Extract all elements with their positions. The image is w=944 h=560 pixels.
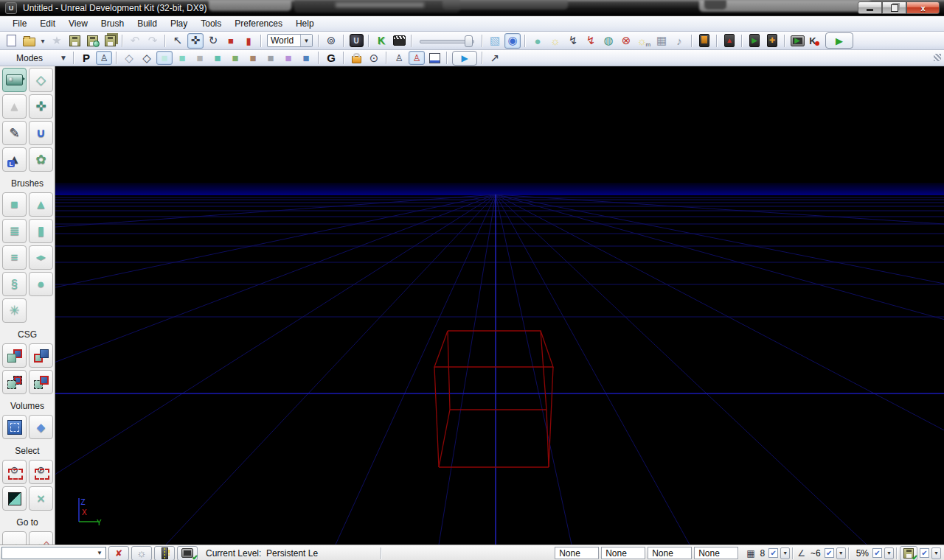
- modes-dropdown[interactable]: ▼: [58, 51, 69, 65]
- redo-button[interactable]: ↷: [145, 33, 161, 49]
- game-view-button[interactable]: G: [323, 51, 339, 65]
- menu-view[interactable]: View: [62, 17, 94, 30]
- csg-intersect-button[interactable]: [2, 370, 27, 394]
- new-level-button[interactable]: [3, 33, 19, 49]
- rotation-grid-checkbox[interactable]: ✔: [825, 548, 834, 558]
- viewmode-lighting-only-button[interactable]: ■: [209, 51, 226, 65]
- lightmass-tools-button[interactable]: ▦: [653, 33, 670, 49]
- brush-polys-toggle[interactable]: ▧: [487, 33, 503, 49]
- sphere-brush-button[interactable]: ●: [29, 272, 53, 296]
- play-on-device-button[interactable]: ▶: [746, 33, 763, 49]
- open-level-button[interactable]: [21, 33, 37, 49]
- scale-tool-button[interactable]: ■: [223, 33, 239, 49]
- viewmode-wireframe-button[interactable]: ◇: [139, 51, 155, 65]
- realtime-toggle[interactable]: ♙: [96, 51, 112, 65]
- autosave-dropdown[interactable]: ▼: [931, 547, 941, 559]
- undo-button[interactable]: ↶: [127, 33, 143, 49]
- maximize-viewport-button[interactable]: [426, 51, 442, 65]
- translate-tool-button[interactable]: ✜: [187, 33, 204, 49]
- landscape-mode-button[interactable]: ▲L: [2, 147, 27, 172]
- socket-snapping-toggle[interactable]: ◉: [504, 33, 521, 49]
- scale-snap-checkbox[interactable]: ✔: [872, 548, 882, 558]
- perspective-viewport[interactable]: Z X Y: [55, 66, 944, 545]
- goto-builder-brush-button[interactable]: →⌂: [29, 531, 53, 545]
- foliage-mode-button[interactable]: ✿: [29, 147, 53, 172]
- menu-play[interactable]: Play: [164, 17, 194, 30]
- menu-help[interactable]: Help: [289, 17, 321, 30]
- unreal-frontend-button[interactable]: U: [348, 33, 364, 49]
- terrain-mode-button[interactable]: ▲: [2, 94, 27, 119]
- goto-actor-button[interactable]: →A: [2, 531, 27, 545]
- build-all-submit-button[interactable]: ⊗: [618, 33, 634, 49]
- build-geometry-button[interactable]: ●: [530, 33, 546, 49]
- cube-brush-button[interactable]: ■: [2, 192, 27, 217]
- float-viewport-button[interactable]: ↗: [487, 51, 503, 65]
- static-mesh-mode-button[interactable]: ∪: [29, 121, 53, 145]
- geometry-mode-button[interactable]: ◇: [29, 68, 53, 92]
- show-all-button[interactable]: ✕: [29, 486, 53, 511]
- mobile-previewer-button[interactable]: [696, 33, 712, 49]
- menu-file[interactable]: File: [6, 17, 33, 30]
- sheet-brush-button[interactable]: ◆: [29, 245, 53, 270]
- scale-nonuniform-tool-button[interactable]: ▮: [240, 33, 257, 49]
- viewmode-reflections-button[interactable]: ■: [298, 51, 314, 65]
- autosave-button[interactable]: ✔: [900, 546, 917, 560]
- hide-selected-button[interactable]: ⊘: [29, 460, 53, 484]
- viewport-type-button[interactable]: P: [78, 51, 94, 65]
- camera-mode-button[interactable]: [2, 68, 27, 92]
- lighting-status-button[interactable]: ☼: [131, 546, 152, 560]
- toolbar-grip[interactable]: [934, 54, 941, 61]
- show-flags-button[interactable]: ⊙: [366, 51, 382, 65]
- actor-search-combobox[interactable]: ▼: [1, 547, 106, 559]
- paths-status-button[interactable]: !: [154, 546, 175, 560]
- play-in-viewport-button[interactable]: ▶: [452, 51, 477, 66]
- search-button[interactable]: ⊚: [323, 33, 339, 49]
- play-in-editor-button[interactable]: ▶: [789, 33, 805, 49]
- build-lighting-button[interactable]: ☼: [547, 33, 563, 49]
- favorites-button[interactable]: ★: [49, 33, 65, 49]
- menu-brush[interactable]: Brush: [94, 17, 131, 30]
- build-cover-nodes-button[interactable]: ↯: [583, 33, 599, 49]
- autosave-checkbox[interactable]: ✔: [920, 548, 929, 558]
- show-selected-button[interactable]: ⊙: [2, 460, 27, 484]
- viewmode-unlit-button[interactable]: ■: [156, 51, 173, 65]
- matinee-button[interactable]: [391, 33, 407, 49]
- rotation-grid-dropdown[interactable]: ▼: [836, 547, 846, 559]
- drag-grid-dropdown[interactable]: ▼: [780, 547, 790, 559]
- map-check-button[interactable]: ✔: [177, 546, 198, 560]
- add-volume-button[interactable]: [2, 415, 27, 439]
- viewmode-texture-density-button[interactable]: ■: [227, 51, 243, 65]
- csg-subtract-button[interactable]: [29, 343, 53, 368]
- open-recent-dropdown[interactable]: ▾: [38, 33, 47, 49]
- lighting-quality-button[interactable]: ☼m: [636, 33, 652, 49]
- build-all-button[interactable]: ◍: [600, 33, 617, 49]
- kismet-debugger-button[interactable]: K: [807, 33, 823, 49]
- curved-staircase-brush-button[interactable]: ≣: [2, 219, 27, 243]
- csg-add-button[interactable]: [2, 343, 27, 368]
- device-settings-button[interactable]: ✚: [764, 33, 780, 49]
- viewmode-lightmap-density-button[interactable]: ■: [280, 51, 296, 65]
- viewmode-light-complexity-button[interactable]: ■: [245, 51, 261, 65]
- build-paths-button[interactable]: ↯: [565, 33, 581, 49]
- viewmode-lit-button[interactable]: ■: [174, 51, 190, 65]
- menu-edit[interactable]: Edit: [33, 17, 62, 30]
- kismet-button[interactable]: K: [373, 33, 389, 49]
- scale-snap-dropdown[interactable]: ▼: [884, 547, 894, 559]
- save-button[interactable]: [66, 33, 83, 49]
- camera-speed-slider[interactable]: [420, 34, 474, 47]
- cone-brush-button[interactable]: ▲: [29, 192, 53, 217]
- volumetric-brush-button[interactable]: ✳: [2, 298, 27, 323]
- menu-build[interactable]: Build: [131, 17, 164, 30]
- package-game-button[interactable]: ▲: [721, 33, 738, 49]
- clear-search-button[interactable]: ✘: [108, 546, 129, 560]
- texture-align-mode-button[interactable]: ✜: [29, 94, 53, 119]
- viewmode-brush-wireframe-button[interactable]: ◇: [121, 51, 137, 65]
- csg-deintersect-button[interactable]: [29, 370, 53, 394]
- slider-thumb[interactable]: [465, 35, 473, 47]
- coord-system-select[interactable]: World ▼: [267, 34, 313, 47]
- save-all-levels-button[interactable]: [102, 33, 118, 49]
- close-button[interactable]: x: [906, 1, 940, 14]
- minimize-button[interactable]: [858, 1, 882, 14]
- play-button[interactable]: ▶: [825, 32, 853, 49]
- spiral-staircase-brush-button[interactable]: §: [2, 272, 27, 296]
